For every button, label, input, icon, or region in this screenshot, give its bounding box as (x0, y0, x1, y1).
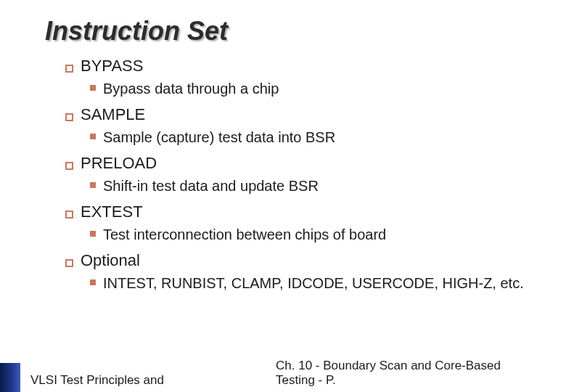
section-label: PRELOAD (81, 154, 157, 173)
footer-left: VLSI Test Principles and (30, 373, 164, 388)
detail-text: Test interconnection between chips of bo… (103, 226, 386, 244)
detail-extest: Test interconnection between chips of bo… (90, 226, 537, 244)
slide-title: Instruction Set (45, 16, 537, 46)
footer-right: Ch. 10 - Boundary Scan and Core-Based Te… (276, 359, 551, 388)
section-label: BYPASS (81, 57, 143, 75)
detail-optional: INTEST, RUNBIST, CLAMP, IDCODE, USERCODE… (90, 274, 537, 293)
sidebar-accent (0, 363, 20, 392)
section-label: SAMPLE (81, 105, 145, 124)
solid-square-icon (90, 182, 96, 188)
footer-right-line1: Ch. 10 - Boundary Scan and Core-Based (276, 359, 551, 373)
section-label: Optional (81, 251, 140, 270)
hollow-square-icon (65, 211, 73, 219)
solid-square-icon (90, 279, 96, 285)
slide: Instruction Set BYPASS Bypass data throu… (0, 0, 566, 392)
section-extest: EXTEST (65, 203, 537, 221)
hollow-square-icon (65, 113, 73, 121)
section-label: EXTEST (81, 203, 143, 221)
solid-square-icon (90, 134, 96, 139)
solid-square-icon (90, 231, 96, 237)
detail-sample: Sample (capture) test data into BSR (90, 128, 537, 147)
detail-text: Shift-in test data and update BSR (103, 177, 319, 195)
hollow-square-icon (65, 162, 73, 170)
detail-bypass: Bypass data through a chip (90, 80, 537, 98)
hollow-square-icon (65, 259, 73, 267)
section-optional: Optional (65, 251, 537, 270)
detail-text: Bypass data through a chip (103, 80, 279, 98)
detail-text: INTEST, RUNBIST, CLAMP, IDCODE, USERCODE… (103, 274, 524, 293)
solid-square-icon (90, 85, 96, 91)
section-preload: PRELOAD (65, 154, 537, 173)
detail-preload: Shift-in test data and update BSR (90, 177, 537, 195)
section-sample: SAMPLE (65, 105, 537, 124)
detail-text: Sample (capture) test data into BSR (103, 128, 335, 147)
footer-right-line2: Testing - P. (276, 373, 551, 388)
section-bypass: BYPASS (65, 57, 537, 75)
hollow-square-icon (65, 65, 73, 73)
